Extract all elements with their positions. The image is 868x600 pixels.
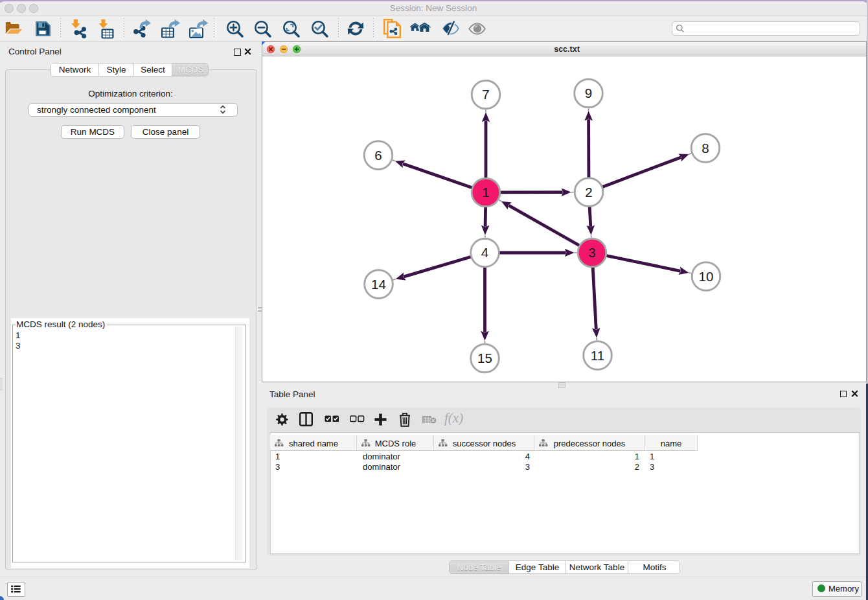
svg-text:15: 15 <box>477 351 492 365</box>
svg-text:2: 2 <box>585 185 592 200</box>
svg-text:4: 4 <box>481 245 488 260</box>
svg-text:3: 3 <box>588 245 595 260</box>
svg-text:14: 14 <box>371 277 386 292</box>
svg-text:8: 8 <box>702 141 709 156</box>
svg-text:1: 1 <box>482 185 489 200</box>
svg-text:11: 11 <box>591 348 604 363</box>
svg-text:6: 6 <box>374 148 382 163</box>
svg-text:9: 9 <box>585 86 592 100</box>
svg-text:10: 10 <box>699 269 714 284</box>
svg-text:7: 7 <box>482 87 489 102</box>
